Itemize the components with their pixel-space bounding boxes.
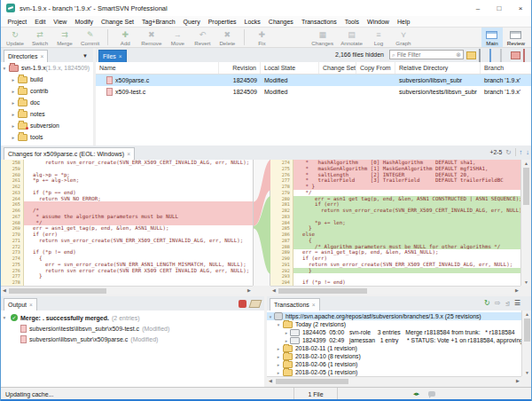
output-file-item[interactable]: subversion\libsvn_subr\x509parse.c (Modi… — [1, 334, 264, 344]
expander-icon[interactable]: ▸ — [10, 123, 17, 129]
directory-tree-item[interactable]: ▾ svn-1.9.x (1.9.x, 1824509) — [1, 62, 93, 74]
directory-tree-item[interactable]: ▸ doc — [1, 97, 93, 108]
maximize-button[interactable]: □ — [489, 1, 510, 16]
file-filter-input[interactable] — [397, 51, 456, 58]
transaction-row[interactable]: ▸ 1824399 02:49 jamessan 1 entry * STATU… — [267, 336, 521, 344]
previous-change-icon[interactable]: ↑ — [520, 148, 523, 156]
tab-output[interactable]: Output × — [4, 298, 37, 311]
toolbar-button[interactable]: ▦ Changes — [308, 28, 337, 47]
menu-item[interactable]: View — [50, 19, 71, 25]
file-row[interactable]: x509parse.c 1824509 Modified subversion/… — [96, 75, 532, 86]
menu-item[interactable]: Transactions — [297, 19, 340, 25]
expander-icon[interactable]: ▸ — [275, 362, 282, 367]
next-change-icon[interactable]: ↓ — [526, 148, 529, 156]
transaction-row[interactable]: ▸ 2018-02-05 (1 revision) — [267, 368, 521, 376]
expander-icon[interactable]: ▸ — [283, 338, 290, 343]
close-button[interactable]: × — [510, 1, 531, 16]
expander-icon[interactable]: ▸ — [275, 346, 282, 351]
file-filter-box[interactable]: ⌕ ⊗ — [389, 50, 464, 59]
tab-directories[interactable]: Directories × — [4, 50, 48, 62]
diff-vertical-scrollbar[interactable]: ▲ ▼ — [520, 160, 531, 286]
view-main-button[interactable]: Main — [481, 28, 502, 47]
view-review-button[interactable]: Review — [503, 28, 529, 47]
toolbar-button[interactable]: ✖ Remove — [137, 28, 165, 47]
transactions-vertical-scrollbar[interactable]: ▲ ▼ — [521, 311, 532, 376]
close-tab-icon[interactable]: × — [29, 299, 33, 311]
expander-icon[interactable]: ▸ — [275, 370, 282, 375]
expander-icon[interactable]: ▸ — [10, 112, 17, 117]
menu-item[interactable]: Help — [393, 19, 413, 25]
menu-item[interactable]: Window — [364, 19, 394, 25]
expander-icon[interactable]: ▾ — [267, 314, 274, 319]
clear-output-icon[interactable] — [249, 300, 262, 308]
toolbar-button[interactable]: ↶ Revert — [190, 28, 215, 47]
refresh-icon[interactable]: ↻ — [484, 299, 490, 307]
transaction-row[interactable]: ▸ 2018-02-11 (1 revision) — [267, 344, 521, 352]
column-header[interactable]: Relative Directory — [395, 62, 481, 74]
file-row[interactable]: x509-test.c 1824509 Modified subversion/… — [96, 86, 532, 98]
expander-icon[interactable]: ▾ — [1, 66, 8, 71]
expander-icon[interactable]: ▾ — [1, 315, 8, 320]
expander-icon[interactable]: ▾ — [275, 322, 282, 327]
menu-icon[interactable]: ☰ — [514, 299, 520, 307]
stop-icon[interactable] — [239, 300, 246, 308]
diff-left-pane[interactable]: 258 return svn_error_create(SVN_ERR_X509… — [1, 160, 253, 286]
diff-left-hscrollbar[interactable]: ◀ ▶ — [1, 286, 253, 295]
directories-menu-icon[interactable]: ▼ — [82, 53, 88, 59]
close-tab-icon[interactable]: × — [119, 51, 122, 62]
directory-tree-item[interactable]: ▸ notes — [1, 108, 93, 120]
toolbar-button[interactable]: ⇉ Merge — [52, 28, 77, 47]
transaction-row[interactable]: ▸ 2018-02-06 (1 revision) — [267, 360, 521, 368]
refresh-icon[interactable]: ↻ — [505, 148, 511, 156]
menu-item[interactable]: Query — [179, 19, 204, 25]
expander-icon[interactable]: ▸ — [283, 330, 290, 335]
column-header[interactable]: Branch — [481, 62, 532, 74]
transaction-row[interactable]: ▸ 1824405 05:00 svn-role 3 entries Merge… — [267, 328, 521, 336]
column-header[interactable]: Name — [96, 62, 219, 74]
expander-icon[interactable]: ▸ — [10, 100, 17, 106]
menu-item[interactable]: Modify — [71, 19, 98, 25]
close-tab-icon[interactable]: × — [312, 299, 316, 311]
folder-filter-icon[interactable] — [466, 51, 476, 59]
menu-item[interactable]: Edit — [31, 19, 50, 25]
directory-tree-item[interactable]: ▸ subversion — [1, 120, 93, 131]
transactions-hscrollbar[interactable]: ◀ ▶ — [267, 376, 521, 385]
transaction-row[interactable]: ▸ 2018-02-10 (8 revisions) — [267, 352, 521, 360]
toolbar-button[interactable]: ▤ Annotate — [337, 28, 366, 47]
tab-diff[interactable]: Changes for x509parse.c (EOL: Windows) × — [4, 147, 135, 160]
menu-item[interactable]: Change Set — [98, 19, 138, 25]
expander-icon[interactable]: ▸ — [10, 135, 17, 140]
toolbar-button[interactable]: ⇄ Switch — [27, 28, 52, 47]
toolbar-button[interactable]: ✚ Fix — [249, 28, 274, 47]
output-file-item[interactable]: subversion\tests\libsvn_subr\x509-test.c… — [1, 323, 264, 334]
close-tab-icon[interactable]: × — [127, 148, 130, 160]
toolbar-button[interactable]: ✎ Commit — [77, 28, 103, 47]
toolbar-button[interactable]: ↻ Update — [3, 28, 27, 47]
directory-tree-item[interactable]: ▸ contrib — [1, 85, 93, 97]
menu-item[interactable]: Tag+Branch — [138, 19, 180, 25]
menu-item[interactable]: Project — [4, 19, 31, 25]
diff-right-hscrollbar[interactable]: ◀ ▶ — [270, 286, 520, 295]
expander-icon[interactable]: ▸ — [10, 89, 17, 94]
diff-right-pane[interactable]: 274 * hashAlgorithm [0] HashAlgorithm DE… — [270, 160, 520, 286]
directory-tree-item[interactable]: ▸ build — [1, 74, 93, 85]
column-header[interactable]: Local State — [261, 62, 319, 74]
menu-item[interactable]: Tools — [340, 19, 363, 25]
close-tab-icon[interactable]: × — [40, 51, 43, 62]
rollback-icon[interactable]: ⊴ — [505, 300, 509, 307]
directory-tree-item[interactable]: ▸ tools — [1, 131, 93, 143]
expander-icon[interactable]: ▸ — [10, 77, 17, 83]
column-header[interactable]: Revision — [219, 62, 261, 74]
column-header[interactable]: Copy From — [356, 62, 395, 74]
transaction-row[interactable]: ▾ Today (2 revisions) — [267, 320, 521, 328]
column-header[interactable]: Change Set — [319, 62, 356, 74]
modified-folder-filter-icon[interactable] — [511, 51, 520, 59]
menu-item[interactable]: Locks — [240, 19, 264, 25]
toolbar-button[interactable]: ✖ Delete — [215, 28, 239, 47]
toolbar-button[interactable]: ≡ Log — [366, 28, 391, 47]
expander-icon[interactable]: ▸ — [275, 354, 282, 359]
toolbar-button[interactable]: ⋎ Graph — [391, 28, 416, 47]
output-root-item[interactable]: ▾ Merge: . successfully merged. (2 entri… — [1, 312, 264, 323]
toolbar-button[interactable]: → Move — [165, 28, 190, 47]
toolbar-button[interactable]: ✚ Add — [113, 28, 137, 47]
